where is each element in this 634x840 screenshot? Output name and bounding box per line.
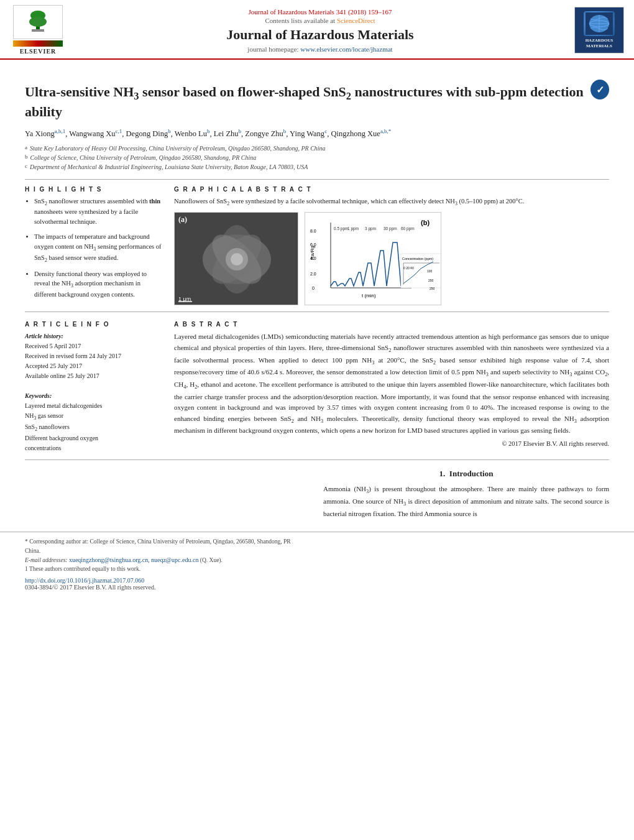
intro-columns: 1. Introduction Ammonia (NH3) is present…	[25, 469, 609, 519]
homepage-line: journal homepage: www.elsevier.com/locat…	[78, 45, 562, 53]
contents-label: Contents lists available at	[265, 17, 335, 24]
svg-text:0  20  40: 0 20 40	[403, 266, 414, 270]
svg-text:200: 200	[428, 279, 434, 282]
svg-text:250: 250	[430, 287, 435, 290]
keywords-label: Keywords:	[25, 391, 162, 401]
footer-notes: * Corresponding author at: College of Sc…	[25, 537, 305, 573]
svg-text:t (min): t (min)	[362, 293, 376, 298]
crossmark-icon[interactable]: ✓	[590, 80, 609, 99]
svg-text:30 ppm: 30 ppm	[384, 226, 397, 231]
highlight-item-1: SnS2 nanoflower structures assembled wit…	[34, 196, 162, 227]
corresponding-note: * Corresponding author at: College of Sc…	[25, 537, 305, 555]
highlight-item-2: The impacts of temperature and backgroun…	[34, 232, 162, 264]
hazardous-globe	[584, 11, 615, 36]
svg-point-2	[29, 17, 47, 27]
affiliation-a: a State Key Laboratory of Heavy Oil Proc…	[25, 144, 609, 153]
affiliation-b-text: College of Science, China University of …	[30, 153, 257, 162]
history-label: Article history:	[25, 331, 162, 341]
header-center: Journal of Hazardous Materials 341 (2018…	[66, 7, 574, 53]
svg-text:0.5 ppm: 0.5 ppm	[334, 226, 349, 231]
copyright-line: © 2017 Elsevier B.V. All rights reserved…	[174, 440, 609, 447]
svg-text:(b): (b)	[421, 219, 430, 226]
affiliation-c: c Department of Mechanical & Industrial …	[25, 162, 609, 172]
email-links[interactable]: xueqingzhong@tsinghua.org.cn	[69, 556, 148, 563]
response-graph: (b) Ra/Rg t (min) 0 2.0 4	[309, 216, 441, 305]
highlight-item-3: Density functional theory was employed t…	[34, 269, 162, 300]
accepted-date: Accepted 25 July 2017	[25, 361, 162, 371]
journal-header: ELSEVIER Journal of Hazardous Materials …	[0, 0, 634, 60]
svg-text:Concentration (ppm): Concentration (ppm)	[402, 257, 433, 261]
graph-image: (b) Ra/Rg t (min) 0 2.0 4	[305, 212, 441, 305]
article-info-abstract-row: A R T I C L E I N F O Article history: R…	[25, 321, 609, 453]
footer-content: * Corresponding author at: College of Sc…	[25, 537, 609, 573]
svg-text:1 ppm: 1 ppm	[347, 226, 359, 231]
highlights-graphical-row: H I G H L I G H T S SnS2 nanoflower stru…	[25, 186, 609, 306]
intro-section: 1. Introduction Ammonia (NH3) is present…	[25, 469, 609, 519]
doi-link[interactable]: http://dx.doi.org/10.1016/j.jhazmat.2017…	[25, 577, 609, 584]
svg-text:2.0: 2.0	[310, 272, 316, 276]
svg-text:8.0: 8.0	[310, 229, 316, 233]
elsevier-label: ELSEVIER	[20, 48, 57, 55]
article-info-header: A R T I C L E I N F O	[25, 321, 162, 328]
footer-section: * Corresponding author at: College of Sc…	[0, 532, 634, 596]
hazardous-logo: HAZARDOUSMATERIALS	[574, 7, 624, 53]
svg-text:4.0: 4.0	[310, 256, 316, 261]
graphical-abstract-desc: Nanoflowers of SnS2 were synthesized by …	[174, 196, 609, 208]
article-info-box: Article history: Received 5 April 2017 R…	[25, 331, 162, 453]
graphical-images: 1 μm (a) (b)	[174, 212, 609, 305]
sciencedirect-link[interactable]: ScienceDirect	[337, 17, 375, 24]
footer-doi-area	[329, 537, 609, 573]
keywords-list: Layered metal dichalcogenides NH3 gas se…	[25, 401, 162, 453]
svg-text:0: 0	[312, 286, 315, 290]
sem-image-inner: 1 μm (a)	[175, 213, 298, 305]
authors-line: Ya Xionga,b,1, Wangwang Xuc,1, Degong Di…	[25, 127, 609, 140]
intro-title: 1. Introduction	[323, 469, 609, 479]
svg-text:3 ppm: 3 ppm	[365, 226, 376, 231]
sem-image: 1 μm (a)	[174, 212, 298, 305]
journal-ref[interactable]: Journal of Hazardous Materials 341 (2018…	[249, 8, 392, 16]
affiliations: a State Key Laboratory of Heavy Oil Proc…	[25, 144, 609, 172]
footer-links: http://dx.doi.org/10.1016/j.jhazmat.2017…	[25, 577, 609, 591]
elsevier-stripe	[13, 40, 63, 47]
highlights-header: H I G H L I G H T S	[25, 186, 162, 193]
abstract-text: Layered metal dichalcogenides (LMDs) sem…	[174, 331, 609, 436]
homepage-label: journal homepage:	[247, 45, 298, 53]
highlights-list: SnS2 nanoflower structures assembled wit…	[25, 196, 162, 300]
divider-1	[25, 179, 609, 180]
homepage-url[interactable]: www.elsevier.com/locate/jhazmat	[300, 45, 392, 53]
graphical-abstract-col: G R A P H I C A L A B S T R A C T Nanofl…	[174, 186, 609, 306]
revised-date: Received in revised form 24 July 2017	[25, 351, 162, 361]
elsevier-logo-area: ELSEVIER	[10, 5, 66, 55]
affiliation-b: b College of Science, China University o…	[25, 153, 609, 162]
intro-left	[25, 469, 311, 519]
journal-title-main: Journal of Hazardous Materials	[78, 27, 562, 43]
divider-2	[25, 312, 609, 312]
journal-ref-line: Journal of Hazardous Materials 341 (2018…	[78, 7, 562, 17]
available-date: Available online 25 July 2017	[25, 371, 162, 381]
article-content: Ultra-sensitive NH3 sensor based on flow…	[0, 60, 634, 525]
intro-text: Ammonia (NH3) is present throughout the …	[323, 484, 609, 519]
affiliation-a-text: State Key Laboratory of Heavy Oil Proces…	[30, 144, 326, 153]
svg-text:60 ppm: 60 ppm	[401, 226, 415, 231]
article-info-col: A R T I C L E I N F O Article history: R…	[25, 321, 162, 453]
svg-text:100: 100	[427, 269, 433, 273]
contents-line: Contents lists available at ScienceDirec…	[78, 17, 562, 24]
article-title: Ultra-sensitive NH3 sensor based on flow…	[25, 83, 584, 121]
graphical-abstract-header: G R A P H I C A L A B S T R A C T	[174, 186, 609, 193]
svg-point-15	[231, 253, 243, 265]
svg-text:6.0: 6.0	[310, 242, 316, 247]
svg-rect-3	[32, 29, 44, 32]
affiliation-c-text: Department of Mechanical & Industrial En…	[30, 162, 308, 172]
highlights-col: H I G H L I G H T S SnS2 nanoflower stru…	[25, 186, 162, 306]
email-link-2[interactable]: nueqz@upc.edu.cn	[151, 556, 198, 563]
title-area: Ultra-sensitive NH3 sensor based on flow…	[25, 77, 609, 127]
received-date: Received 5 April 2017	[25, 341, 162, 351]
issn-line: 0304-3894/© 2017 Elsevier B.V. All right…	[25, 584, 609, 591]
divider-3	[25, 459, 609, 460]
abstract-header: A B S T R A C T	[174, 321, 609, 328]
elsevier-logo-box	[13, 5, 63, 39]
email-note: E-mail addresses: xueqingzhong@tsinghua.…	[25, 555, 305, 565]
abstract-col: A B S T R A C T Layered metal dichalcoge…	[174, 321, 609, 453]
sem-label-a: (a)	[178, 215, 187, 224]
intro-right: 1. Introduction Ammonia (NH3) is present…	[323, 469, 609, 519]
